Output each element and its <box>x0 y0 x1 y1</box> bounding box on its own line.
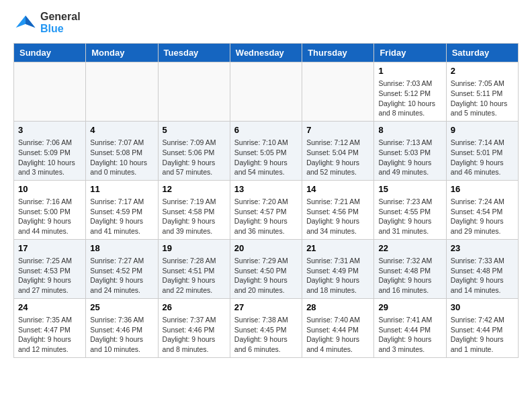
calendar-cell <box>302 62 374 122</box>
day-number: 12 <box>163 183 226 195</box>
day-number: 2 <box>451 65 514 77</box>
day-number: 20 <box>234 242 298 255</box>
calendar-cell: 12Sunrise: 7:19 AM Sunset: 4:58 PM Dayli… <box>158 180 230 239</box>
day-number: 27 <box>234 302 298 314</box>
day-info: Sunrise: 7:42 AM Sunset: 4:44 PM Dayligh… <box>451 315 514 355</box>
day-info: Sunrise: 7:20 AM Sunset: 4:57 PM Dayligh… <box>234 197 298 236</box>
weekday-header: Thursday <box>302 44 374 62</box>
calendar-cell: 19Sunrise: 7:28 AM Sunset: 4:51 PM Dayli… <box>158 239 230 298</box>
calendar-cell: 28Sunrise: 7:40 AM Sunset: 4:44 PM Dayli… <box>302 298 374 357</box>
calendar-cell: 13Sunrise: 7:20 AM Sunset: 4:57 PM Dayli… <box>230 180 302 239</box>
calendar-cell: 20Sunrise: 7:29 AM Sunset: 4:50 PM Dayli… <box>230 239 302 298</box>
calendar-cell: 6Sunrise: 7:10 AM Sunset: 5:05 PM Daylig… <box>230 121 302 180</box>
day-number: 13 <box>234 183 298 195</box>
calendar-cell: 10Sunrise: 7:16 AM Sunset: 5:00 PM Dayli… <box>14 180 86 239</box>
day-info: Sunrise: 7:03 AM Sunset: 5:12 PM Dayligh… <box>378 79 441 118</box>
day-number: 8 <box>378 124 441 136</box>
calendar-cell: 16Sunrise: 7:24 AM Sunset: 4:54 PM Dayli… <box>446 180 518 239</box>
day-number: 15 <box>378 183 441 195</box>
day-info: Sunrise: 7:35 AM Sunset: 4:47 PM Dayligh… <box>18 315 81 355</box>
weekday-header: Wednesday <box>230 44 302 62</box>
day-number: 5 <box>163 124 226 136</box>
logo: General Blue <box>13 11 81 35</box>
day-number: 7 <box>306 124 369 136</box>
calendar-cell <box>158 62 230 122</box>
day-number: 24 <box>18 302 81 314</box>
day-info: Sunrise: 7:36 AM Sunset: 4:46 PM Dayligh… <box>90 315 153 355</box>
weekday-header: Saturday <box>446 44 518 62</box>
calendar-cell: 21Sunrise: 7:31 AM Sunset: 4:49 PM Dayli… <box>302 239 374 298</box>
day-number: 14 <box>306 183 369 195</box>
calendar-cell: 26Sunrise: 7:37 AM Sunset: 4:46 PM Dayli… <box>158 298 230 357</box>
day-number: 29 <box>378 302 441 314</box>
day-info: Sunrise: 7:13 AM Sunset: 5:03 PM Dayligh… <box>378 138 441 177</box>
calendar-week-row: 3Sunrise: 7:06 AM Sunset: 5:09 PM Daylig… <box>14 121 519 180</box>
calendar-cell: 22Sunrise: 7:32 AM Sunset: 4:48 PM Dayli… <box>374 239 446 298</box>
calendar-cell: 3Sunrise: 7:06 AM Sunset: 5:09 PM Daylig… <box>14 121 86 180</box>
day-info: Sunrise: 7:23 AM Sunset: 4:55 PM Dayligh… <box>378 197 441 236</box>
day-number: 1 <box>378 65 441 77</box>
day-number: 22 <box>378 242 441 255</box>
day-info: Sunrise: 7:29 AM Sunset: 4:50 PM Dayligh… <box>234 256 298 295</box>
day-info: Sunrise: 7:21 AM Sunset: 4:56 PM Dayligh… <box>306 197 369 236</box>
page-container: General Blue SundayMondayTuesdayWednesda… <box>0 0 532 369</box>
day-info: Sunrise: 7:07 AM Sunset: 5:08 PM Dayligh… <box>90 138 153 177</box>
day-info: Sunrise: 7:28 AM Sunset: 4:51 PM Dayligh… <box>163 256 226 295</box>
calendar-cell: 14Sunrise: 7:21 AM Sunset: 4:56 PM Dayli… <box>302 180 374 239</box>
day-info: Sunrise: 7:06 AM Sunset: 5:09 PM Dayligh… <box>18 138 81 177</box>
logo-icon <box>13 11 38 35</box>
day-number: 4 <box>90 124 153 136</box>
day-info: Sunrise: 7:17 AM Sunset: 4:59 PM Dayligh… <box>90 197 153 236</box>
day-info: Sunrise: 7:40 AM Sunset: 4:44 PM Dayligh… <box>306 315 369 355</box>
day-info: Sunrise: 7:16 AM Sunset: 5:00 PM Dayligh… <box>18 197 81 236</box>
svg-marker-1 <box>26 15 35 28</box>
calendar-cell: 17Sunrise: 7:25 AM Sunset: 4:53 PM Dayli… <box>14 239 86 298</box>
calendar-cell: 9Sunrise: 7:14 AM Sunset: 5:01 PM Daylig… <box>446 121 518 180</box>
weekday-header: Tuesday <box>158 44 230 62</box>
weekday-header: Sunday <box>14 44 86 62</box>
calendar-cell: 25Sunrise: 7:36 AM Sunset: 4:46 PM Dayli… <box>86 298 158 357</box>
day-number: 11 <box>90 183 153 195</box>
calendar-table: SundayMondayTuesdayWednesdayThursdayFrid… <box>13 43 519 358</box>
day-number: 16 <box>451 183 514 195</box>
day-info: Sunrise: 7:12 AM Sunset: 5:04 PM Dayligh… <box>306 138 369 177</box>
day-info: Sunrise: 7:10 AM Sunset: 5:05 PM Dayligh… <box>234 138 298 177</box>
calendar-cell: 15Sunrise: 7:23 AM Sunset: 4:55 PM Dayli… <box>374 180 446 239</box>
calendar-cell: 29Sunrise: 7:41 AM Sunset: 4:44 PM Dayli… <box>374 298 446 357</box>
calendar-header-row: SundayMondayTuesdayWednesdayThursdayFrid… <box>14 44 519 62</box>
calendar-week-row: 24Sunrise: 7:35 AM Sunset: 4:47 PM Dayli… <box>14 298 519 357</box>
day-info: Sunrise: 7:09 AM Sunset: 5:06 PM Dayligh… <box>163 138 226 177</box>
day-info: Sunrise: 7:31 AM Sunset: 4:49 PM Dayligh… <box>306 256 369 295</box>
calendar-cell: 18Sunrise: 7:27 AM Sunset: 4:52 PM Dayli… <box>86 239 158 298</box>
calendar-cell <box>86 62 158 122</box>
day-info: Sunrise: 7:32 AM Sunset: 4:48 PM Dayligh… <box>378 256 441 295</box>
logo-text: General Blue <box>40 11 81 35</box>
day-info: Sunrise: 7:27 AM Sunset: 4:52 PM Dayligh… <box>90 256 153 295</box>
day-number: 21 <box>306 242 369 255</box>
calendar-cell: 23Sunrise: 7:33 AM Sunset: 4:48 PM Dayli… <box>446 239 518 298</box>
calendar-cell: 1Sunrise: 7:03 AM Sunset: 5:12 PM Daylig… <box>374 62 446 122</box>
calendar-cell <box>230 62 302 122</box>
day-number: 28 <box>306 302 369 314</box>
calendar-cell: 2Sunrise: 7:05 AM Sunset: 5:11 PM Daylig… <box>446 62 518 122</box>
calendar-cell: 24Sunrise: 7:35 AM Sunset: 4:47 PM Dayli… <box>14 298 86 357</box>
day-info: Sunrise: 7:25 AM Sunset: 4:53 PM Dayligh… <box>18 256 81 295</box>
day-number: 3 <box>18 124 81 136</box>
day-number: 23 <box>451 242 514 255</box>
weekday-header: Monday <box>86 44 158 62</box>
calendar-cell: 11Sunrise: 7:17 AM Sunset: 4:59 PM Dayli… <box>86 180 158 239</box>
day-number: 18 <box>90 242 153 255</box>
calendar-cell <box>14 62 86 122</box>
day-info: Sunrise: 7:33 AM Sunset: 4:48 PM Dayligh… <box>451 256 514 295</box>
day-number: 6 <box>234 124 298 136</box>
day-info: Sunrise: 7:41 AM Sunset: 4:44 PM Dayligh… <box>378 315 441 355</box>
day-info: Sunrise: 7:14 AM Sunset: 5:01 PM Dayligh… <box>451 138 514 177</box>
day-number: 25 <box>90 302 153 314</box>
day-number: 19 <box>163 242 226 255</box>
day-number: 17 <box>18 242 81 255</box>
calendar-week-row: 10Sunrise: 7:16 AM Sunset: 5:00 PM Dayli… <box>14 180 519 239</box>
day-info: Sunrise: 7:37 AM Sunset: 4:46 PM Dayligh… <box>163 315 226 355</box>
calendar-week-row: 17Sunrise: 7:25 AM Sunset: 4:53 PM Dayli… <box>14 239 519 298</box>
calendar-cell: 5Sunrise: 7:09 AM Sunset: 5:06 PM Daylig… <box>158 121 230 180</box>
calendar-cell: 27Sunrise: 7:38 AM Sunset: 4:45 PM Dayli… <box>230 298 302 357</box>
